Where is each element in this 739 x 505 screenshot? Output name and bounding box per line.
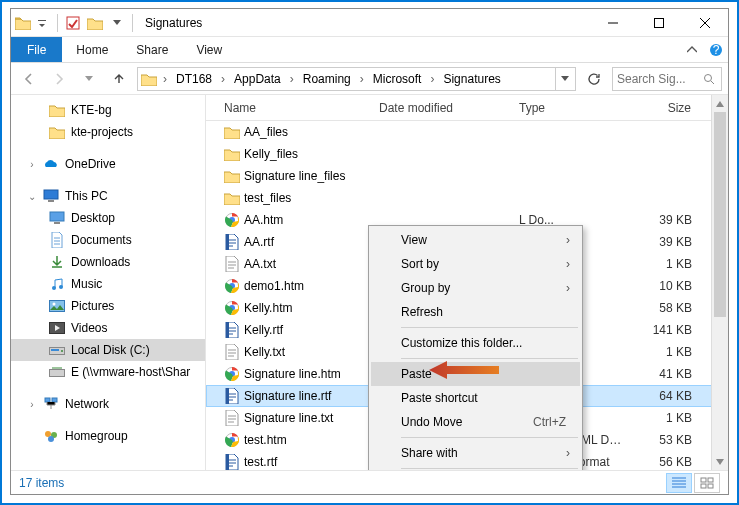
breadcrumb-segment[interactable]: Microsoft	[369, 68, 426, 90]
chevron-right-icon: ›	[566, 257, 570, 271]
breadcrumb-history-dropdown[interactable]	[555, 68, 573, 90]
scroll-up-button[interactable]	[712, 95, 728, 112]
navigation-pane[interactable]: KTE-bg kte-projects ›OneDrive ⌄This PC D…	[11, 95, 206, 470]
file-row[interactable]: test_files	[206, 187, 728, 209]
chevron-right-icon[interactable]: ›	[425, 72, 439, 86]
tab-view[interactable]: View	[182, 37, 236, 62]
nav-forward-button[interactable]	[47, 67, 71, 91]
nav-desktop[interactable]: Desktop	[11, 207, 205, 229]
nav-music[interactable]: Music	[11, 273, 205, 295]
menu-customize[interactable]: Customize this folder...	[371, 331, 580, 355]
nav-network[interactable]: ›Network	[11, 393, 205, 415]
qat-newfolder-icon[interactable]	[84, 12, 106, 34]
svg-rect-25	[226, 234, 229, 250]
breadcrumb-segment[interactable]: Signatures	[439, 68, 504, 90]
nav-networkdrive[interactable]: E (\\vmware-host\Shar	[11, 361, 205, 383]
nav-back-button[interactable]	[17, 67, 41, 91]
column-date[interactable]: Date modified	[373, 95, 513, 120]
nav-downloads[interactable]: Downloads	[11, 251, 205, 273]
chevron-right-icon[interactable]: ›	[27, 399, 37, 410]
view-details-button[interactable]	[666, 473, 692, 493]
qat-properties-icon[interactable]	[62, 12, 84, 34]
svg-rect-17	[50, 370, 65, 377]
qat-dropdown[interactable]	[31, 12, 53, 34]
file-tab[interactable]: File	[11, 37, 62, 62]
qat-customize-dropdown[interactable]	[106, 12, 128, 34]
tab-home[interactable]: Home	[62, 37, 122, 62]
file-row[interactable]: AA_files	[206, 121, 728, 143]
vertical-scrollbar[interactable]	[711, 95, 728, 470]
svg-point-20	[45, 431, 51, 437]
menu-separator	[401, 327, 578, 328]
svg-point-4	[705, 74, 712, 81]
file-row[interactable]: Kelly_files	[206, 143, 728, 165]
view-icons-button[interactable]	[694, 473, 720, 493]
chevron-right-icon[interactable]: ›	[355, 72, 369, 86]
rtf-icon	[224, 388, 240, 404]
nav-recent-dropdown[interactable]	[77, 67, 101, 91]
minimize-button[interactable]	[590, 9, 636, 37]
menu-paste-shortcut[interactable]: Paste shortcut	[371, 386, 580, 410]
nav-localdisk[interactable]: Local Disk (C:)	[11, 339, 205, 361]
file-name: Signature line.txt	[244, 411, 333, 425]
menu-label: Refresh	[401, 305, 443, 319]
column-name[interactable]: Name	[218, 95, 373, 120]
svg-rect-7	[50, 212, 64, 221]
breadcrumb[interactable]: › DT168 › AppData › Roaming › Microsoft …	[137, 67, 576, 91]
nav-videos[interactable]: Videos	[11, 317, 205, 339]
nav-up-button[interactable]	[107, 67, 131, 91]
scroll-track[interactable]	[712, 112, 728, 453]
chevron-down-icon[interactable]: ⌄	[27, 191, 37, 202]
column-size[interactable]: Size	[628, 95, 698, 120]
nav-label: kte-projects	[71, 125, 133, 139]
refresh-button[interactable]	[582, 67, 606, 91]
chevron-right-icon[interactable]: ›	[285, 72, 299, 86]
help-button[interactable]: ?	[704, 37, 728, 62]
nav-folder[interactable]: KTE-bg	[11, 99, 205, 121]
menu-groupby[interactable]: Group by›	[371, 276, 580, 300]
svg-rect-39	[701, 484, 706, 488]
file-name: Kelly.rtf	[244, 323, 283, 337]
search-box[interactable]	[612, 67, 722, 91]
menu-refresh[interactable]: Refresh	[371, 300, 580, 324]
nav-thispc[interactable]: ⌄This PC	[11, 185, 205, 207]
menu-sharewith[interactable]: Share with›	[371, 441, 580, 465]
scroll-down-button[interactable]	[712, 453, 728, 470]
menu-accelerator: Ctrl+Z	[533, 415, 566, 429]
menu-undo[interactable]: Undo MoveCtrl+Z	[371, 410, 580, 434]
column-type[interactable]: Type	[513, 95, 628, 120]
svg-rect-38	[708, 478, 713, 482]
file-size: 1 KB	[628, 345, 698, 359]
breadcrumb-segment[interactable]: DT168	[172, 68, 216, 90]
breadcrumb-segment[interactable]: Roaming	[299, 68, 355, 90]
status-bar: 17 items	[11, 470, 728, 494]
nav-label: Homegroup	[65, 429, 128, 443]
nav-pictures[interactable]: Pictures	[11, 295, 205, 317]
chevron-right-icon[interactable]: ›	[27, 159, 37, 170]
svg-rect-18	[45, 398, 50, 402]
maximize-button[interactable]	[636, 9, 682, 37]
menu-view[interactable]: View›	[371, 228, 580, 252]
chevron-right-icon[interactable]: ›	[158, 72, 172, 86]
tab-share[interactable]: Share	[122, 37, 182, 62]
menu-paste[interactable]: Paste	[371, 362, 580, 386]
nav-folder[interactable]: kte-projects	[11, 121, 205, 143]
nav-onedrive[interactable]: ›OneDrive	[11, 153, 205, 175]
svg-point-9	[52, 286, 56, 290]
menu-sortby[interactable]: Sort by›	[371, 252, 580, 276]
folder-icon	[49, 124, 65, 140]
ribbon-expand-button[interactable]	[680, 37, 704, 62]
close-button[interactable]	[682, 9, 728, 37]
search-input[interactable]	[617, 72, 697, 86]
nav-homegroup[interactable]: Homegroup	[11, 425, 205, 447]
menu-separator	[401, 358, 578, 359]
folder-icon	[224, 146, 240, 162]
nav-label: Downloads	[71, 255, 130, 269]
ribbon: File Home Share View ?	[11, 37, 728, 63]
chevron-right-icon[interactable]: ›	[216, 72, 230, 86]
scroll-thumb[interactable]	[714, 112, 726, 317]
file-row[interactable]: Signature line_files	[206, 165, 728, 187]
svg-rect-40	[708, 484, 713, 488]
breadcrumb-segment[interactable]: AppData	[230, 68, 285, 90]
nav-documents[interactable]: Documents	[11, 229, 205, 251]
